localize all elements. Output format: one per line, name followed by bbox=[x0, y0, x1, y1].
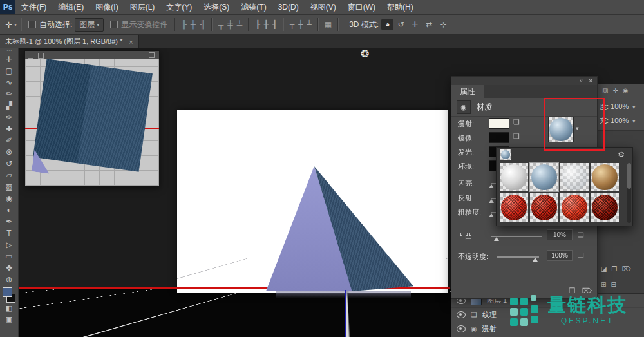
specular-texture-icon[interactable]: ❏ bbox=[513, 132, 520, 140]
material-thumb-red-2[interactable] bbox=[530, 193, 558, 222]
dodge-tool[interactable]: ◐ bbox=[6, 204, 11, 216]
link-layers-icon[interactable]: ◪ bbox=[601, 265, 607, 273]
opacity-texture-icon[interactable]: ❏ bbox=[578, 251, 584, 260]
roughness-slider-thumb[interactable] bbox=[489, 213, 494, 217]
color-swatches[interactable] bbox=[3, 287, 15, 303]
camera-orbit-widget-icon[interactable]: ❂ bbox=[361, 48, 369, 60]
move-tool-icon[interactable]: ✛ bbox=[5, 20, 12, 30]
distribute-center-icon[interactable]: ┿ bbox=[296, 20, 305, 29]
visibility-eye-icon[interactable] bbox=[457, 325, 466, 332]
collapse-panel-icon[interactable]: « bbox=[580, 77, 583, 84]
blur-tool[interactable]: ◉ bbox=[6, 193, 12, 204]
material-thumb-bluegray[interactable] bbox=[530, 163, 558, 191]
clone-stamp-tool[interactable]: ⊛ bbox=[6, 146, 12, 158]
panel-option-icon[interactable]: ⊟ bbox=[611, 281, 616, 288]
menu-help[interactable]: 帮助(H) bbox=[381, 0, 419, 14]
fill-control-fragment[interactable]: 充: 100% ▾ bbox=[600, 116, 635, 126]
tab-properties[interactable]: 属性 bbox=[451, 85, 484, 98]
lasso-tool[interactable]: ∿ bbox=[6, 77, 12, 88]
menu-layer[interactable]: 图层(L) bbox=[124, 0, 161, 14]
align-top-icon[interactable]: ╟ bbox=[179, 20, 189, 29]
diffuse-color-swatch[interactable] bbox=[489, 118, 509, 129]
bump-value-field[interactable]: 10% bbox=[547, 229, 573, 240]
toolbar-grip-icon[interactable]: ⋯ bbox=[6, 48, 12, 53]
show-transform-checkbox[interactable] bbox=[110, 21, 118, 28]
path-select-tool[interactable]: ▷ bbox=[6, 239, 12, 251]
hand-tool[interactable]: ✥ bbox=[6, 262, 12, 274]
delete-layer-icon[interactable]: ⌦ bbox=[621, 265, 630, 273]
align-right-icon[interactable]: ╧ bbox=[235, 20, 245, 29]
shine-slider-thumb[interactable] bbox=[489, 184, 494, 188]
auto-align-icon[interactable]: ▦ bbox=[323, 20, 334, 29]
menu-filter[interactable]: 滤镜(T) bbox=[235, 0, 272, 14]
quick-mask-icon[interactable]: ◧ bbox=[6, 303, 12, 314]
crop-tool[interactable]: ▞ bbox=[6, 100, 12, 111]
move-tool[interactable]: ✛ bbox=[6, 53, 12, 65]
align-middle-icon[interactable]: ╫ bbox=[189, 20, 198, 29]
align-left-icon[interactable]: ╤ bbox=[216, 20, 226, 29]
scale-3d-icon[interactable]: ⊹ bbox=[437, 19, 451, 30]
distribute-right-icon[interactable]: ┷ bbox=[305, 20, 314, 29]
auto-select-target-dropdown[interactable]: 图层 ▾ bbox=[75, 18, 104, 32]
shape-tool[interactable]: ▭ bbox=[5, 251, 12, 262]
gradient-tool[interactable]: ▨ bbox=[5, 181, 12, 193]
secondary-view-menu-icon[interactable] bbox=[38, 53, 44, 59]
distribute-bottom-icon[interactable]: ┨ bbox=[270, 20, 279, 29]
tool-preset-caret-icon[interactable]: ▾ bbox=[14, 22, 17, 28]
menu-view[interactable]: 视图(V) bbox=[305, 0, 342, 14]
secondary-view-swap-icon[interactable] bbox=[28, 53, 33, 59]
opacity-control-fragment[interactable]: 度: 100% ▾ bbox=[600, 102, 635, 111]
secondary-view-close-icon[interactable] bbox=[149, 52, 155, 58]
eyedropper-tool[interactable]: ✑ bbox=[6, 111, 12, 123]
marquee-tool[interactable]: ▢ bbox=[5, 65, 12, 77]
close-icon[interactable]: × bbox=[129, 38, 133, 46]
material-thumb-red-3[interactable] bbox=[560, 193, 589, 222]
pen-tool[interactable]: ✒ bbox=[6, 216, 12, 227]
align-center-icon[interactable]: ╪ bbox=[225, 20, 235, 29]
auto-select-checkbox[interactable] bbox=[28, 21, 36, 28]
document-tab[interactable]: 未标题-1 @ 100% (图层 1, RGB/8#) * × bbox=[0, 35, 139, 48]
secondary-view-window[interactable] bbox=[24, 50, 160, 186]
layer-name[interactable]: 纹理 bbox=[482, 310, 497, 320]
menu-image[interactable]: 图像(I) bbox=[90, 0, 124, 14]
distribute-middle-icon[interactable]: ╂ bbox=[262, 20, 270, 29]
opacity-value-field[interactable]: 100% bbox=[547, 250, 573, 261]
menu-file[interactable]: 文件(F) bbox=[15, 0, 52, 14]
align-bottom-icon[interactable]: ╢ bbox=[198, 20, 207, 29]
menu-type[interactable]: 文字(Y) bbox=[160, 0, 198, 14]
healing-tool[interactable]: ✚ bbox=[6, 123, 12, 135]
specular-color-swatch[interactable] bbox=[489, 132, 509, 143]
opacity-slider-thumb[interactable] bbox=[533, 258, 538, 262]
material-sphere-icon[interactable]: ◉ bbox=[457, 100, 471, 114]
history-brush-tool[interactable]: ↺ bbox=[6, 158, 12, 169]
material-thumb-red-4[interactable] bbox=[591, 193, 619, 222]
brush-tool[interactable]: ✐ bbox=[6, 135, 12, 146]
diffuse-texture-icon[interactable]: ❏ bbox=[513, 118, 520, 126]
gear-icon[interactable]: ⚙ bbox=[618, 150, 625, 159]
panel-option-icon[interactable]: ⊞ bbox=[601, 281, 606, 288]
lock-position-icon[interactable]: ✛ bbox=[612, 87, 618, 94]
bump-slider-thumb[interactable] bbox=[494, 237, 499, 241]
menu-select[interactable]: 选择(S) bbox=[198, 0, 235, 14]
quick-select-tool[interactable]: ✏ bbox=[6, 88, 12, 100]
material-thumb-white[interactable] bbox=[500, 163, 528, 191]
eraser-tool[interactable]: ▱ bbox=[6, 169, 12, 181]
close-panel-icon[interactable]: × bbox=[589, 77, 592, 84]
type-tool[interactable]: T bbox=[6, 227, 11, 239]
roll-3d-icon[interactable]: ↺ bbox=[393, 19, 408, 30]
layer-name[interactable]: 漫射 bbox=[482, 324, 497, 334]
orbit-3d-icon[interactable]: ◕ bbox=[381, 19, 393, 30]
menu-window[interactable]: 窗口(W) bbox=[342, 0, 381, 14]
menu-3d[interactable]: 3D(D) bbox=[272, 0, 305, 14]
material-thumb-red-1[interactable] bbox=[500, 193, 528, 222]
secondary-view-canvas[interactable] bbox=[25, 59, 159, 186]
distribute-top-icon[interactable]: ┠ bbox=[253, 20, 261, 29]
zoom-tool[interactable]: ⊕ bbox=[6, 274, 12, 285]
secondary-view-titlebar[interactable] bbox=[25, 51, 159, 59]
new-layer-icon[interactable]: ❒ bbox=[611, 265, 617, 273]
distribute-left-icon[interactable]: ┯ bbox=[288, 20, 296, 29]
screen-mode-icon[interactable]: ▣ bbox=[6, 314, 12, 325]
lock-transparent-icon[interactable]: ▨ bbox=[602, 87, 608, 94]
slide-3d-icon[interactable]: ⇄ bbox=[422, 19, 437, 30]
reflection-slider-thumb[interactable] bbox=[489, 199, 494, 203]
